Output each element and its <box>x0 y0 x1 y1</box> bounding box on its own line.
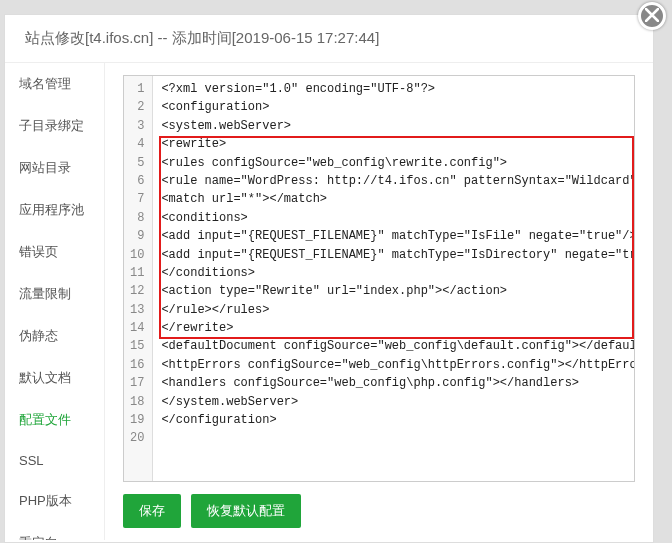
code-line[interactable]: <conditions> <box>161 209 634 227</box>
line-number: 3 <box>124 117 152 135</box>
line-number: 5 <box>124 154 152 172</box>
sidebar-item[interactable]: 默认文档 <box>5 357 104 399</box>
close-icon <box>645 8 659 25</box>
save-button[interactable]: 保存 <box>123 494 181 528</box>
code-line[interactable]: <system.webServer> <box>161 117 634 135</box>
line-number: 4 <box>124 135 152 153</box>
sidebar-item[interactable]: 子目录绑定 <box>5 105 104 147</box>
code-line[interactable]: </configuration> <box>161 411 634 429</box>
sidebar-item[interactable]: 重定向 <box>5 522 104 540</box>
code-line[interactable]: <rewrite> <box>161 135 634 153</box>
line-number: 6 <box>124 172 152 190</box>
line-number: 13 <box>124 301 152 319</box>
restore-default-button[interactable]: 恢复默认配置 <box>191 494 301 528</box>
close-button[interactable] <box>638 2 666 30</box>
line-number-gutter: 1234567891011121314151617181920 <box>124 76 153 481</box>
line-number: 7 <box>124 190 152 208</box>
sidebar-item[interactable]: 配置文件 <box>5 399 104 441</box>
sidebar-item[interactable]: PHP版本 <box>5 480 104 522</box>
dialog-window: 站点修改[t4.ifos.cn] -- 添加时间[2019-06-15 17:2… <box>4 14 654 543</box>
code-line[interactable]: <action type="Rewrite" url="index.php"><… <box>161 282 634 300</box>
line-number: 11 <box>124 264 152 282</box>
sidebar-item[interactable]: 网站目录 <box>5 147 104 189</box>
code-content[interactable]: <?xml version="1.0" encoding="UTF-8"?><c… <box>153 76 634 452</box>
code-line[interactable]: </rewrite> <box>161 319 634 337</box>
line-number: 18 <box>124 393 152 411</box>
code-line[interactable]: <match url="*"></match> <box>161 190 634 208</box>
line-number: 2 <box>124 98 152 116</box>
sidebar: 域名管理子目录绑定网站目录应用程序池错误页流量限制伪静态默认文档配置文件SSLP… <box>5 63 105 540</box>
sidebar-item[interactable]: 流量限制 <box>5 273 104 315</box>
line-number: 9 <box>124 227 152 245</box>
code-line[interactable]: <httpErrors configSource="web_config\htt… <box>161 356 634 374</box>
code-line[interactable]: </system.webServer> <box>161 393 634 411</box>
code-line[interactable]: </conditions> <box>161 264 634 282</box>
line-number: 19 <box>124 411 152 429</box>
code-line[interactable]: <add input="{REQUEST_FILENAME}" matchTyp… <box>161 227 634 245</box>
sidebar-item[interactable]: 伪静态 <box>5 315 104 357</box>
line-number: 8 <box>124 209 152 227</box>
code-line[interactable] <box>161 429 634 447</box>
code-line[interactable]: <rules configSource="web_config\rewrite.… <box>161 154 634 172</box>
code-line[interactable]: </rule></rules> <box>161 301 634 319</box>
line-number: 17 <box>124 374 152 392</box>
line-number: 15 <box>124 337 152 355</box>
code-line[interactable]: <defaultDocument configSource="web_confi… <box>161 337 634 355</box>
code-editor[interactable]: 1234567891011121314151617181920 <?xml ve… <box>123 75 635 482</box>
code-line[interactable]: <handlers configSource="web_config\php.c… <box>161 374 634 392</box>
code-line[interactable]: <rule name="WordPress: http://t4.ifos.cn… <box>161 172 634 190</box>
sidebar-item[interactable]: SSL <box>5 441 104 480</box>
code-line[interactable]: <add input="{REQUEST_FILENAME}" matchTyp… <box>161 246 634 264</box>
code-line[interactable]: <configuration> <box>161 98 634 116</box>
line-number: 20 <box>124 429 152 447</box>
sidebar-item[interactable]: 错误页 <box>5 231 104 273</box>
line-number: 12 <box>124 282 152 300</box>
line-number: 16 <box>124 356 152 374</box>
sidebar-item[interactable]: 域名管理 <box>5 63 104 105</box>
code-line[interactable]: <?xml version="1.0" encoding="UTF-8"?> <box>161 80 634 98</box>
dialog-title: 站点修改[t4.ifos.cn] -- 添加时间[2019-06-15 17:2… <box>5 15 653 63</box>
line-number: 1 <box>124 80 152 98</box>
sidebar-item[interactable]: 应用程序池 <box>5 189 104 231</box>
line-number: 14 <box>124 319 152 337</box>
line-number: 10 <box>124 246 152 264</box>
